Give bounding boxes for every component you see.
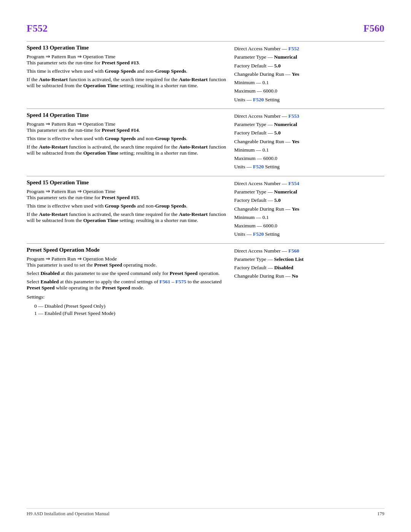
page: F552 F560 Speed 13 Operation TimeProgram… xyxy=(0,0,411,348)
section-title-speed14: Speed 14 Operation Time xyxy=(27,109,234,121)
settings-intro-preset-speed-mode: Settings: xyxy=(27,294,234,300)
section-title-preset-speed-mode: Preset Speed Operation Mode xyxy=(27,244,234,256)
maximum-speed15: Maximum — 6000.0 xyxy=(234,222,384,230)
direct-access-speed15: Direct Access Number — F554 xyxy=(234,179,384,188)
section-para-speed13-0: This parameter sets the run-time for Pre… xyxy=(27,60,234,66)
page-footer: H9 ASD Installation and Operation Manual… xyxy=(27,508,384,517)
section-para-preset-speed-mode-1: Select Disabled at this parameter to use… xyxy=(27,270,234,276)
section-path-speed13: Program ⇒ Pattern Run ⇒ Operation Time xyxy=(27,53,234,60)
footer-right: 179 xyxy=(377,511,384,517)
direct-access-speed13: Direct Access Number — F552 xyxy=(234,45,384,53)
section-para-preset-speed-mode-0: This parameter is used to set the Preset… xyxy=(27,262,234,268)
section-para-speed14-2: If the Auto-Restart function is activate… xyxy=(27,144,234,156)
section-para-preset-speed-mode-2: Select Enabled at this parameter to appl… xyxy=(27,279,234,291)
minimum-speed13: Minimum — 0.1 xyxy=(234,78,384,87)
units-speed13: Units — F520 Setting xyxy=(234,96,384,104)
section-para-speed15-1: This time is effective when used with Gr… xyxy=(27,203,234,209)
section-para-speed15-2: If the Auto-Restart function is activate… xyxy=(27,211,234,224)
param-type-speed15: Parameter Type — Numerical xyxy=(234,188,384,196)
minimum-speed15: Minimum — 0.1 xyxy=(234,213,384,222)
section-row-speed13: Speed 13 Operation TimeProgram ⇒ Pattern… xyxy=(27,42,384,109)
settings-item-preset-speed-mode-1: 1 — Enabled (Full Preset Speed Mode) xyxy=(34,310,234,316)
factory-default-preset-speed-mode: Factory Default — Disabled xyxy=(234,264,384,272)
section-title-speed15: Speed 15 Operation Time xyxy=(27,176,234,188)
right-content-speed13: Direct Access Number — F552Parameter Typ… xyxy=(234,42,384,109)
right-content-preset-speed-mode: Direct Access Number — F560Parameter Typ… xyxy=(234,244,384,285)
param-type-speed13: Parameter Type — Numerical xyxy=(234,53,384,61)
right-content-speed14: Direct Access Number — F553Parameter Typ… xyxy=(234,109,384,176)
section-para-speed14-1: This time is effective when used with Gr… xyxy=(27,136,234,142)
changeable-preset-speed-mode: Changeable During Run — No xyxy=(234,272,384,280)
section-title-speed13: Speed 13 Operation Time xyxy=(27,42,234,53)
page-header: F552 F560 xyxy=(27,23,384,34)
settings-item-preset-speed-mode-0: 0 — Disabled (Preset Speed Only) xyxy=(34,303,234,309)
content-table: Speed 13 Operation TimeProgram ⇒ Pattern… xyxy=(27,41,384,318)
param-type-preset-speed-mode: Parameter Type — Selection List xyxy=(234,255,384,264)
section-para-speed13-2: If the Auto-Restart function is activate… xyxy=(27,77,234,89)
header-left: F552 xyxy=(27,23,48,34)
section-row-preset-speed-mode: Preset Speed Operation ModeProgram ⇒ Pat… xyxy=(27,243,384,318)
section-para-speed13-1: This time is effective when used with Gr… xyxy=(27,68,234,74)
changeable-speed15: Changeable During Run — Yes xyxy=(234,205,384,213)
section-path-preset-speed-mode: Program ⇒ Pattern Run ⇒ Operation Mode xyxy=(27,256,234,262)
direct-access-preset-speed-mode: Direct Access Number — F560 xyxy=(234,247,384,255)
maximum-speed14: Maximum — 6000.0 xyxy=(234,154,384,163)
minimum-speed14: Minimum — 0.1 xyxy=(234,146,384,154)
section-path-speed15: Program ⇒ Pattern Run ⇒ Operation Time xyxy=(27,188,234,195)
factory-default-speed13: Factory Default — 5.0 xyxy=(234,62,384,70)
header-right: F560 xyxy=(363,23,384,34)
footer-left: H9 ASD Installation and Operation Manual xyxy=(27,511,110,517)
units-speed15: Units — F520 Setting xyxy=(234,230,384,238)
settings-list-preset-speed-mode: 0 — Disabled (Preset Speed Only)1 — Enab… xyxy=(27,303,234,316)
section-path-speed14: Program ⇒ Pattern Run ⇒ Operation Time xyxy=(27,121,234,127)
maximum-speed13: Maximum — 6000.0 xyxy=(234,87,384,95)
changeable-speed14: Changeable During Run — Yes xyxy=(234,137,384,146)
param-type-speed14: Parameter Type — Numerical xyxy=(234,120,384,129)
factory-default-speed15: Factory Default — 5.0 xyxy=(234,196,384,204)
section-row-speed14: Speed 14 Operation TimeProgram ⇒ Pattern… xyxy=(27,109,384,176)
section-para-speed14-0: This parameter sets the run-time for Pre… xyxy=(27,127,234,133)
right-content-speed15: Direct Access Number — F554Parameter Typ… xyxy=(234,176,384,243)
factory-default-speed14: Factory Default — 5.0 xyxy=(234,129,384,137)
units-speed14: Units — F520 Setting xyxy=(234,163,384,171)
direct-access-speed14: Direct Access Number — F553 xyxy=(234,112,384,120)
changeable-speed13: Changeable During Run — Yes xyxy=(234,70,384,78)
section-row-speed15: Speed 15 Operation TimeProgram ⇒ Pattern… xyxy=(27,176,384,243)
section-para-speed15-0: This parameter sets the run-time for Pre… xyxy=(27,195,234,201)
